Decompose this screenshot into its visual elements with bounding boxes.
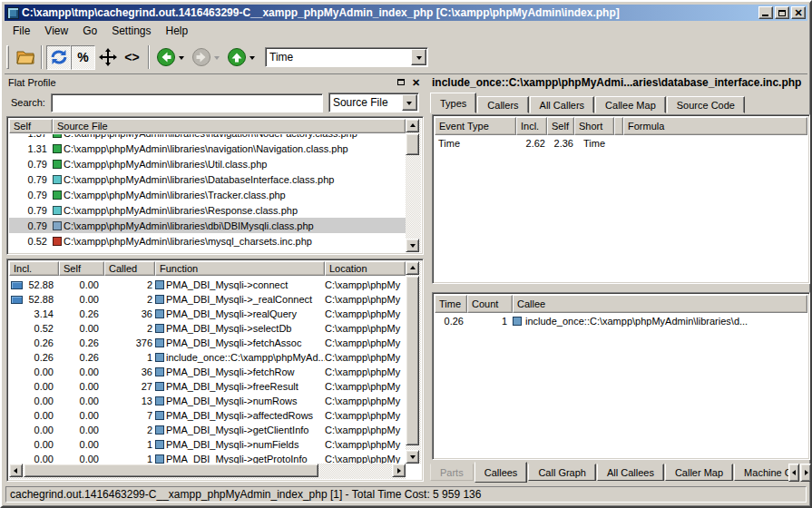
tabs-scroll-right-button[interactable] bbox=[800, 464, 811, 482]
expand-areas-button[interactable] bbox=[95, 45, 120, 70]
tab-call-graph[interactable]: Call Graph bbox=[528, 464, 596, 481]
function-row[interactable]: 0.00 0.00 13 PMA_DBI_Mysqli->numRows C:\… bbox=[9, 394, 406, 408]
source-file-row[interactable]: 0.52 C:\xampp\phpMyAdmin\libraries\mysql… bbox=[9, 233, 406, 249]
column-header-function[interactable]: Function bbox=[155, 261, 325, 276]
search-input[interactable] bbox=[51, 93, 323, 112]
forward-dropdown-icon bbox=[214, 56, 220, 63]
function-icon bbox=[155, 382, 164, 391]
column-header-time[interactable]: Time bbox=[435, 295, 467, 313]
close-button[interactable]: ✕ bbox=[791, 6, 806, 19]
source-file-row[interactable]: 0.52 C:\xampp\phpMyAdmin\libraries\user_… bbox=[9, 249, 406, 252]
column-header-location[interactable]: Location bbox=[325, 261, 406, 276]
flat-profile-panel: Flat Profile ✕ Search: Source File Self … bbox=[5, 74, 426, 486]
function-horizontal-scrollbar[interactable] bbox=[9, 464, 406, 479]
tab-all-callers[interactable]: All Callers bbox=[530, 96, 595, 113]
source-file-row[interactable]: 1.37 C:\xampp\phpMyAdmin\libraries\navig… bbox=[9, 134, 406, 141]
function-row[interactable]: 3.14 0.26 36 PMA_DBI_Mysqli->realQuery C… bbox=[9, 307, 406, 321]
menu-item-go[interactable]: Go bbox=[75, 22, 104, 40]
tab-callers[interactable]: Callers bbox=[477, 96, 528, 113]
column-header-incl[interactable]: Incl. bbox=[516, 117, 547, 135]
function-row[interactable]: 0.26 0.26 376 PMA_DBI_Mysqli->fetchAssoc… bbox=[9, 336, 406, 350]
arrow-right-icon bbox=[397, 468, 404, 474]
function-row[interactable]: 0.00 0.00 7 PMA_DBI_Mysqli->affectedRows… bbox=[9, 408, 406, 423]
tab-callees[interactable]: Callees bbox=[474, 462, 528, 483]
toolbar-handle[interactable] bbox=[6, 45, 9, 69]
event-type-combobox[interactable]: Time bbox=[265, 47, 428, 67]
scroll-thumb[interactable] bbox=[406, 133, 419, 155]
column-header-incl[interactable]: Incl. bbox=[9, 261, 59, 276]
function-icon bbox=[155, 367, 164, 376]
dock-header: Flat Profile ✕ bbox=[5, 74, 426, 90]
column-header-called[interactable]: Called bbox=[104, 261, 155, 276]
tab-all-callees[interactable]: All Callees bbox=[597, 464, 664, 481]
scroll-thumb[interactable] bbox=[24, 464, 318, 477]
open-file-button[interactable] bbox=[13, 45, 37, 70]
tab-caller-map[interactable]: Caller Map bbox=[665, 464, 733, 481]
column-header-self[interactable]: Self bbox=[59, 261, 104, 276]
function-row[interactable]: 0.52 0.00 2 PMA_DBI_Mysqli->selectDb C:\… bbox=[9, 321, 406, 336]
function-row[interactable]: 0.00 0.00 36 PMA_DBI_Mysqli->fetchRow C:… bbox=[9, 365, 406, 379]
tabs-scroll-left-button[interactable] bbox=[788, 464, 799, 482]
column-header-short[interactable]: Short bbox=[574, 117, 614, 135]
function-row[interactable]: 0.00 0.00 1 PMA_DBI_Mysqli->getProtoInfo… bbox=[9, 452, 406, 464]
tab-callee-map[interactable]: Callee Map bbox=[595, 96, 666, 113]
scroll-right-button[interactable] bbox=[392, 464, 406, 477]
scroll-left-button[interactable] bbox=[9, 464, 23, 477]
column-header-event-type[interactable]: Event Type bbox=[435, 117, 516, 135]
source-file-row[interactable]: 0.79 C:\xampp\phpMyAdmin\libraries\Respo… bbox=[9, 202, 406, 218]
function-row[interactable]: 0.00 0.00 2 PMA_DBI_Mysqli->getClientInf… bbox=[9, 423, 406, 437]
shorten-templates-button[interactable]: <> bbox=[120, 45, 144, 70]
up-dropdown-icon[interactable] bbox=[249, 56, 255, 63]
source-file-row[interactable]: 0.79 C:\xampp\phpMyAdmin\libraries\Track… bbox=[9, 187, 406, 202]
arrow-up-icon bbox=[410, 121, 416, 127]
combo-dropdown-button[interactable] bbox=[411, 49, 426, 65]
column-header-count[interactable]: Count bbox=[467, 295, 513, 313]
tab-source-code[interactable]: Source Code bbox=[667, 96, 745, 113]
maximize-button[interactable] bbox=[775, 6, 789, 19]
source-file-row[interactable]: 1.31 C:\xampp\phpMyAdmin\libraries\navig… bbox=[9, 141, 406, 156]
scroll-up-button[interactable] bbox=[406, 119, 419, 132]
scroll-down-button[interactable] bbox=[406, 450, 419, 464]
source-file-icon bbox=[53, 134, 62, 138]
menu-item-view[interactable]: View bbox=[37, 22, 75, 40]
column-header-callee[interactable]: Callee bbox=[513, 295, 807, 313]
function-row[interactable]: 0.00 0.00 1 PMA_DBI_Mysqli->numFields C:… bbox=[9, 437, 406, 452]
function-row[interactable]: 0.00 0.00 27 PMA_DBI_Mysqli->freeResult … bbox=[9, 379, 406, 394]
up-button[interactable] bbox=[224, 45, 249, 70]
function-row[interactable]: 52.88 0.00 2 PMA_DBI_Mysqli->connect C:\… bbox=[9, 278, 406, 292]
menu-item-file[interactable]: File bbox=[5, 22, 37, 40]
tab-types[interactable]: Types bbox=[430, 93, 476, 113]
relative-percent-button[interactable]: % bbox=[71, 45, 95, 70]
function-icon bbox=[155, 324, 164, 333]
back-button[interactable] bbox=[153, 45, 178, 70]
cycle-grouping-button[interactable] bbox=[46, 45, 71, 70]
source-file-row[interactable]: 0.79 C:\xampp\phpMyAdmin\libraries\Datab… bbox=[9, 171, 406, 187]
float-dock-button[interactable] bbox=[395, 77, 406, 88]
scroll-up-button[interactable] bbox=[406, 261, 419, 275]
minimize-button[interactable] bbox=[758, 6, 773, 19]
combo-dropdown-button[interactable] bbox=[402, 94, 417, 111]
callee-row[interactable]: 0.26 1 include_once::C:\xampp\phpMyAdmin… bbox=[435, 313, 807, 328]
close-dock-button[interactable]: ✕ bbox=[410, 77, 422, 88]
scroll-down-button[interactable] bbox=[406, 239, 419, 252]
source-file-row[interactable]: 0.79 C:\xampp\phpMyAdmin\libraries\dbi\D… bbox=[9, 218, 406, 233]
column-header-self[interactable]: Self bbox=[9, 119, 53, 133]
source-file-list: Self Source File 1.37 C:\xampp\phpMyAdmi… bbox=[6, 116, 424, 255]
arrow-down-icon bbox=[410, 244, 416, 250]
event-type-row[interactable]: Time 2.62 2.36 Time bbox=[435, 135, 807, 151]
menu-item-help[interactable]: Help bbox=[159, 22, 196, 40]
scroll-thumb[interactable] bbox=[406, 276, 419, 445]
function-row[interactable]: 52.88 0.00 2 PMA_DBI_Mysqli->_realConnec… bbox=[9, 292, 406, 307]
back-dropdown-icon[interactable] bbox=[179, 56, 184, 63]
grouping-combobox[interactable]: Source File bbox=[328, 93, 419, 112]
column-header-self[interactable]: Self bbox=[547, 117, 574, 135]
source-file-row[interactable]: 0.79 C:\xampp\phpMyAdmin\libraries\Util.… bbox=[9, 156, 406, 171]
function-row[interactable]: 0.26 0.26 1 include_once::C:\xampp\phpMy… bbox=[9, 350, 406, 365]
column-header-source-file[interactable]: Source File bbox=[53, 119, 406, 133]
callees-table: Time Count Callee 0.26 1 include_once::C… bbox=[432, 292, 810, 460]
source-vertical-scrollbar[interactable] bbox=[406, 119, 421, 252]
menu-item-settings[interactable]: Settings bbox=[104, 22, 158, 40]
tab-machine-code[interactable]: Machine Code bbox=[734, 464, 789, 481]
function-vertical-scrollbar[interactable] bbox=[406, 261, 421, 464]
column-header-formula[interactable]: Formula bbox=[623, 117, 807, 135]
